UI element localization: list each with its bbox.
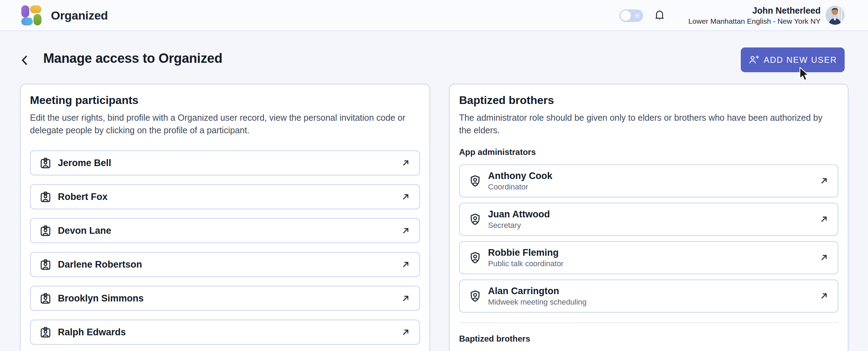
app-administrators-label: App administrators — [459, 147, 838, 157]
person-add-icon — [748, 54, 759, 65]
avatar[interactable] — [825, 6, 845, 25]
admin-name: Anthony Cook — [488, 170, 552, 182]
participant-name: Devon Lane — [58, 225, 111, 236]
admin-row[interactable]: Juan Attwood Secretary — [459, 203, 838, 236]
theme-toggle[interactable] — [619, 9, 643, 22]
back-button[interactable] — [17, 52, 33, 68]
contact-badge-icon — [39, 191, 52, 203]
app-header: Organized John Netherleed Lower Manhatta… — [0, 0, 868, 31]
meeting-participants-panel: Meeting participants Edit the user right… — [20, 84, 430, 351]
organized-logo-icon[interactable] — [20, 4, 43, 27]
user-congregation: Lower Manhattan English - New York NY — [688, 16, 821, 26]
arrow-up-right-icon — [400, 225, 411, 236]
arrow-up-right-icon — [818, 291, 829, 301]
toggle-knob — [620, 10, 631, 21]
participant-row[interactable]: Robert Fox — [30, 184, 420, 209]
add-new-user-button[interactable]: ADD NEW USER — [741, 47, 845, 72]
arrow-up-right-icon — [400, 293, 411, 304]
admin-role: Coordinator — [488, 182, 552, 192]
user-menu[interactable]: John Netherleed Lower Manhattan English … — [688, 5, 821, 26]
admin-role: Public talk coordinator — [488, 259, 563, 269]
admin-row[interactable]: Anthony Cook Coordinator — [459, 164, 838, 197]
admin-row[interactable]: Robbie Fleming Public talk coordinator — [459, 241, 838, 274]
notifications-bell-icon[interactable] — [652, 8, 668, 24]
shield-person-icon — [468, 174, 482, 188]
page-title: Manage access to Organized — [43, 51, 222, 66]
shield-person-icon — [468, 251, 482, 265]
baptized-brothers-label: Baptized brothers — [459, 334, 838, 344]
arrow-up-right-icon — [818, 176, 829, 186]
add-new-user-label: ADD NEW USER — [764, 55, 837, 65]
arrow-up-right-icon — [400, 192, 411, 202]
admin-name: Robbie Fleming — [488, 247, 563, 259]
participant-name: Robert Fox — [58, 192, 108, 202]
participants-description: Edit the user rights, bind profile with … — [30, 112, 420, 136]
section-divider — [459, 322, 838, 323]
brothers-title: Baptized brothers — [459, 93, 838, 107]
app-title: Organized — [51, 0, 108, 31]
admins-list: Anthony Cook Coordinator Juan Att — [459, 164, 838, 313]
manage-access-page: Organized John Netherleed Lower Manhatta… — [0, 0, 868, 351]
participant-row[interactable]: Jerome Bell — [30, 150, 420, 176]
baptized-brothers-panel: Baptized brothers The administrator role… — [449, 84, 848, 351]
arrow-up-right-icon — [818, 214, 829, 225]
participant-row[interactable]: Ralph Edwards — [30, 320, 420, 345]
participants-list: Jerome Bell Robert Fox — [30, 150, 420, 345]
arrow-up-right-icon — [818, 252, 829, 263]
shield-person-icon — [468, 212, 482, 226]
admin-row[interactable]: Alan Carrington Midweek meeting scheduli… — [459, 279, 838, 313]
contact-badge-icon — [39, 292, 52, 305]
participant-row[interactable]: Darlene Robertson — [30, 252, 420, 277]
contact-badge-icon — [39, 157, 52, 170]
arrow-up-right-icon — [400, 158, 411, 169]
brothers-description: The administrator role should be given o… — [459, 112, 838, 136]
participant-name: Jerome Bell — [58, 158, 111, 169]
contact-badge-icon — [39, 326, 52, 339]
participant-name: Brooklyn Simmons — [58, 293, 144, 304]
chevron-left-icon — [18, 53, 32, 67]
contact-badge-icon — [39, 224, 52, 237]
participant-row[interactable]: Brooklyn Simmons — [30, 286, 420, 311]
arrow-up-right-icon — [400, 327, 411, 338]
participant-name: Darlene Robertson — [58, 259, 142, 270]
shield-person-icon — [468, 289, 482, 303]
participant-row[interactable]: Devon Lane — [30, 218, 420, 243]
admin-name: Alan Carrington — [488, 285, 587, 297]
contact-badge-icon — [39, 258, 52, 271]
participants-title: Meeting participants — [30, 93, 420, 107]
admin-role: Midweek meeting scheduling — [488, 297, 587, 307]
admin-role: Secretary — [488, 221, 550, 230]
admin-name: Juan Attwood — [488, 208, 550, 220]
arrow-up-right-icon — [400, 259, 411, 270]
sun-icon — [634, 12, 641, 19]
user-name: John Netherleed — [688, 5, 821, 16]
participant-name: Ralph Edwards — [58, 327, 126, 338]
